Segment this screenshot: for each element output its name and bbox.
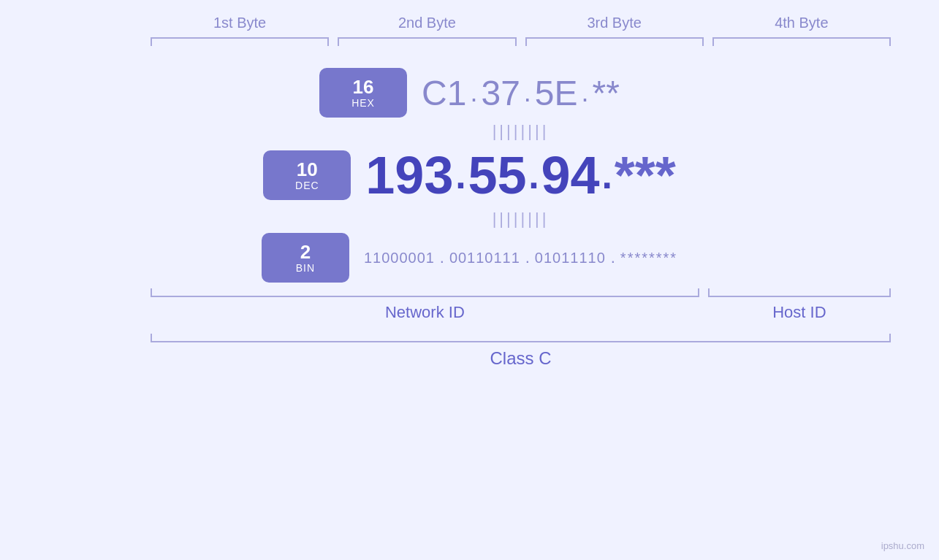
bin-dot-3: . (606, 248, 620, 267)
hex-val-1: C1 (422, 73, 466, 113)
byte-header-4: 4th Byte (708, 15, 895, 31)
dec-val-2: 55 (468, 145, 526, 205)
bottom-brackets: Network ID Host ID (44, 288, 895, 322)
eq-4: || (535, 122, 549, 141)
bracket-byte-3 (525, 37, 704, 46)
eq-1: || (493, 122, 506, 141)
bin-val-2: 00110111 (449, 250, 520, 266)
dec-dot-1: . (453, 153, 468, 197)
eq2-2: || (506, 210, 520, 229)
bin-val-3: 01011110 (535, 250, 606, 266)
network-id-label: Network ID (385, 303, 465, 322)
eq2-4: || (535, 210, 549, 229)
bracket-byte-2 (338, 37, 516, 46)
bin-base-name: BIN (296, 262, 315, 274)
hex-base-label: 16 HEX (319, 68, 407, 118)
bin-values: 11000001 . 00110111 . 01011110 . *******… (364, 248, 677, 267)
byte-header-2: 2nd Byte (333, 15, 520, 31)
dec-dot-2: . (527, 153, 541, 197)
bin-val-1: 11000001 (364, 250, 435, 266)
class-c-row: Class C (44, 334, 895, 369)
byte-headers-row: 1st Byte 2nd Byte 3rd Byte 4th Byte (44, 15, 895, 31)
hex-dot-2: . (520, 77, 535, 108)
byte-header-3: 3rd Byte (521, 15, 708, 31)
bin-base-number: 2 (300, 242, 311, 263)
eq-3: || (521, 122, 535, 141)
byte-header-1: 1st Byte (146, 15, 333, 31)
hex-values: C1 . 37 . 5E . ** (422, 73, 620, 113)
class-c-label: Class C (490, 348, 551, 369)
dec-val-3: 94 (541, 145, 600, 205)
network-bracket-line (151, 288, 699, 297)
dec-base-label: 10 DEC (263, 150, 351, 200)
hex-val-2: 37 (481, 73, 520, 113)
hex-base-number: 16 (353, 77, 374, 98)
host-id-label: Host ID (772, 303, 826, 322)
host-bracket-line (708, 288, 891, 297)
hex-row: 16 HEX C1 . 37 . 5E . ** (319, 68, 620, 118)
watermark: ipshu.com (881, 540, 924, 551)
eq2-1: || (493, 210, 506, 229)
hex-val-4: ** (593, 73, 620, 113)
bin-dot-2: . (520, 248, 535, 267)
main-container: 1st Byte 2nd Byte 3rd Byte 4th Byte 16 H… (0, 0, 939, 560)
dec-dot-3: . (600, 153, 615, 197)
hex-dot-3: . (578, 77, 593, 108)
dec-base-number: 10 (297, 159, 318, 180)
eq-2: || (506, 122, 520, 141)
dec-values: 193 . 55 . 94 . *** (365, 145, 675, 205)
bracket-byte-4 (712, 37, 891, 46)
network-id-bracket: Network ID (151, 288, 699, 322)
dec-row: 10 DEC 193 . 55 . 94 . *** (263, 145, 675, 205)
hex-base-name: HEX (351, 97, 375, 109)
hex-dot-1: . (466, 77, 481, 108)
bin-dot-1: . (435, 248, 449, 267)
host-id-bracket: Host ID (708, 288, 891, 322)
class-bracket-line (151, 334, 891, 342)
bracket-byte-1 (151, 37, 329, 46)
eq2-3: || (521, 210, 535, 229)
top-brackets (44, 37, 895, 46)
dec-val-1: 193 (365, 145, 453, 205)
dec-val-4: *** (615, 145, 676, 205)
equals-row-1: || || || || (390, 122, 550, 141)
hex-val-3: 5E (535, 73, 578, 113)
bin-val-4: ******** (620, 250, 677, 266)
bin-row: 2 BIN 11000001 . 00110111 . 01011110 . *… (262, 233, 677, 283)
equals-row-2: || || || || (390, 210, 550, 229)
bin-base-label: 2 BIN (262, 233, 349, 283)
dec-base-name: DEC (295, 180, 319, 191)
